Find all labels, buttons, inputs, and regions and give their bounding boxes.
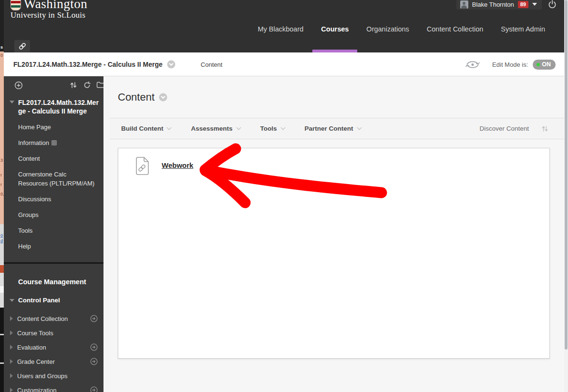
breadcrumb-bar: FL2017.L24.Math.132.Merge - Calculus II …	[4, 52, 564, 76]
edit-mode-controls: Edit Mode is: ON	[465, 52, 556, 76]
menu-label: Partner Content	[305, 125, 353, 132]
hidden-grid-icon	[52, 140, 57, 145]
student-preview-icon[interactable]	[465, 59, 480, 70]
open-launcher-icon[interactable]	[90, 315, 98, 322]
menu-label[interactable]: Home Page	[18, 124, 51, 131]
menu-label: Build Content	[121, 125, 163, 132]
logo-line2: University in St.Louis	[10, 11, 87, 20]
control-item-grade-center[interactable]: Grade Center	[4, 354, 103, 369]
user-name: Blake Thornton	[472, 1, 514, 8]
menu-label: Tools	[260, 125, 277, 132]
page-scrollbar[interactable]	[564, 0, 568, 392]
menu-label[interactable]: Groups	[18, 211, 39, 218]
sidebar-course-header[interactable]: FL2017.L24.Math.132.Merge - Calculus II …	[18, 98, 98, 115]
menu-label[interactable]: Information	[18, 139, 49, 146]
page-menu-chevron-icon[interactable]	[159, 93, 167, 102]
course-menu-sidebar: FL2017.L24.Math.132.Merge - Calculus II …	[4, 76, 103, 392]
quick-links-button[interactable]	[14, 40, 30, 52]
course-management-heading: Course Management	[18, 278, 103, 286]
logout-button[interactable]	[546, 0, 558, 10]
discover-content-button[interactable]: Discover Content	[479, 125, 529, 132]
global-header: Washington University in St.Louis Blake …	[4, 0, 564, 52]
menu-item-discussions[interactable]: Discussions	[4, 195, 103, 204]
expand-arrow-icon	[10, 359, 13, 364]
tab-label: System Admin	[501, 25, 545, 33]
menu-label[interactable]: Cornerstone Calc Resources (PLTL/RPM/AM)	[18, 171, 94, 187]
menu-item-cornerstone[interactable]: Cornerstone Calc Resources (PLTL/RPM/AM)	[4, 170, 103, 188]
tab-label: Courses	[321, 25, 349, 33]
refresh-button[interactable]	[83, 81, 91, 89]
open-launcher-icon[interactable]	[90, 386, 98, 392]
menu-item-help[interactable]: Help	[4, 242, 103, 251]
sidebar-toolbar	[4, 80, 103, 92]
control-item-label: Users and Groups	[17, 372, 98, 380]
control-item-users-and-groups[interactable]: Users and Groups	[4, 369, 103, 383]
user-menu[interactable]: Blake Thornton 89	[456, 0, 542, 10]
open-launcher-icon[interactable]	[90, 358, 98, 365]
tab-system-admin[interactable]: System Admin	[501, 23, 545, 52]
course-menu-chevron-icon[interactable]	[167, 60, 176, 69]
control-panel-items: Content Collection Course Tools Evaluati…	[4, 311, 103, 392]
expand-arrow-icon	[10, 330, 13, 335]
control-panel-toggle[interactable]: Control Panel	[10, 297, 103, 304]
scrollbar-thumb[interactable]	[565, 0, 568, 350]
notification-badge: 89	[518, 1, 528, 8]
menu-label: Assessments	[191, 125, 232, 132]
folder-view-button[interactable]	[96, 81, 103, 88]
webwork-link[interactable]: Webwork	[162, 161, 193, 169]
add-menu-item-button[interactable]	[14, 81, 23, 90]
user-avatar	[460, 0, 468, 9]
menu-item-groups[interactable]: Groups	[4, 210, 103, 219]
menu-label[interactable]: Help	[18, 243, 31, 250]
edit-mode-toggle[interactable]: ON	[533, 60, 556, 70]
open-launcher-icon[interactable]	[90, 343, 98, 351]
menu-label[interactable]: Discussions	[18, 196, 51, 203]
control-item-label: Course Tools	[17, 330, 98, 337]
control-item-evaluation[interactable]: Evaluation	[4, 340, 103, 354]
menu-item-home-page[interactable]: Home Page	[4, 123, 103, 132]
build-content-menu[interactable]: Build Content	[121, 125, 171, 132]
menu-item-content[interactable]: Content	[4, 154, 103, 163]
reorder-button[interactable]	[70, 81, 77, 89]
sidebar-course-title[interactable]: FL2017.L24.Math.132.Merge - Calculus II …	[18, 98, 100, 115]
control-item-label: Customization	[17, 387, 86, 392]
control-item-course-tools[interactable]: Course Tools	[4, 326, 103, 340]
menu-item-tools[interactable]: Tools	[4, 226, 103, 235]
assessments-menu[interactable]: Assessments	[191, 125, 240, 132]
tab-my-blackboard[interactable]: My Blackboard	[258, 23, 303, 52]
edit-mode-label: Edit Mode is:	[492, 61, 528, 68]
partner-content-menu[interactable]: Partner Content	[305, 125, 361, 132]
main-content: Content Build Content Assessments Tools …	[103, 76, 564, 392]
breadcrumb-current: Content	[201, 61, 223, 68]
tab-courses[interactable]: Courses	[321, 23, 349, 52]
menu-label[interactable]: Content	[18, 155, 40, 162]
control-item-content-collection[interactable]: Content Collection	[4, 311, 103, 326]
course-menu: Home Page Information Content Cornerston…	[4, 123, 103, 251]
power-icon	[547, 0, 557, 10]
chain-link-icon	[19, 42, 26, 50]
content-list: Webwork	[118, 148, 550, 359]
expand-arrow-icon	[10, 388, 13, 392]
control-panel-label: Control Panel	[18, 297, 60, 304]
tab-organizations[interactable]: Organizations	[366, 23, 409, 52]
chevron-down-icon	[236, 125, 241, 130]
blackboard-screen: s 0 3 r r 0, o d Washington University i…	[0, 0, 568, 392]
tab-label: Content Collection	[427, 25, 484, 33]
tools-menu[interactable]: Tools	[260, 125, 285, 132]
expand-arrow-icon	[10, 316, 13, 321]
menu-label[interactable]: Tools	[18, 227, 32, 234]
menu-item-information[interactable]: Information	[4, 138, 103, 147]
logo-line1: Washington	[24, 0, 87, 10]
expand-arrow-icon	[10, 345, 13, 350]
sort-order-icon[interactable]	[541, 125, 548, 133]
folder-icon	[96, 81, 103, 88]
tab-label: My Blackboard	[258, 25, 303, 33]
plus-circle-icon	[14, 81, 23, 90]
control-item-label: Content Collection	[17, 315, 86, 322]
control-item-label: Evaluation	[17, 344, 86, 351]
edit-mode-state: ON	[542, 61, 551, 68]
chevron-down-icon	[357, 125, 361, 130]
tab-content-collection[interactable]: Content Collection	[427, 23, 484, 52]
control-item-customization[interactable]: Customization	[4, 383, 103, 392]
breadcrumb-course[interactable]: FL2017.L24.Math.132.Merge - Calculus II …	[13, 61, 163, 68]
